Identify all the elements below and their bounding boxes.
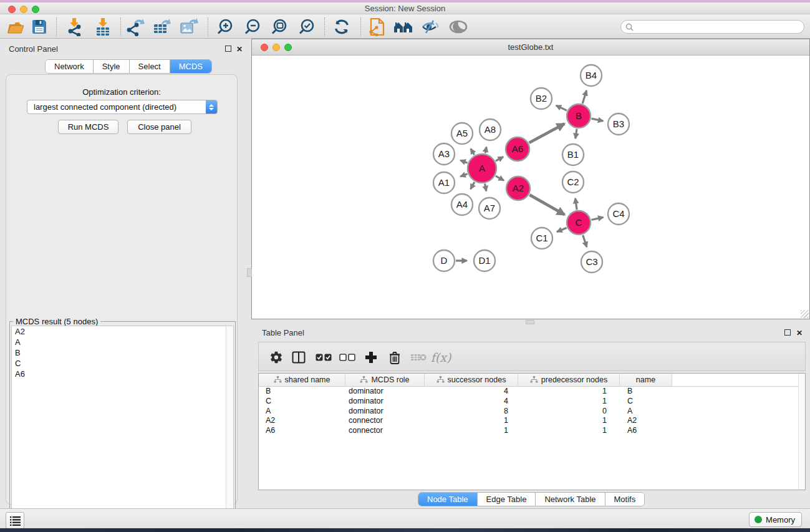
graph-node-D[interactable]: D: [433, 250, 455, 271]
optimization-criterion-select[interactable]: largest connected component (directed): [27, 100, 218, 114]
mcds-result-item[interactable]: A2: [12, 326, 233, 337]
graph-edge-A2-C[interactable]: [529, 195, 564, 215]
tab-mcds[interactable]: MCDS: [170, 60, 211, 73]
graph-node-C3[interactable]: C3: [581, 251, 602, 273]
table-settings-gear-icon[interactable]: [266, 348, 286, 367]
close-network-button[interactable]: [261, 44, 268, 51]
minimize-window-button[interactable]: [20, 6, 27, 13]
export-network-icon[interactable]: [125, 16, 147, 37]
graph-node-B1[interactable]: B1: [562, 144, 584, 165]
graph-node-A3[interactable]: A3: [433, 143, 455, 165]
close-table-panel-icon[interactable]: ✕: [796, 329, 803, 337]
table-cell[interactable]: A6: [620, 426, 672, 436]
graph-node-A1[interactable]: A1: [433, 172, 455, 193]
graph-node-A6[interactable]: A6: [506, 137, 529, 161]
column-header-successor-nodes[interactable]: successor nodes: [425, 374, 518, 386]
graph-edge-B-B1[interactable]: [576, 129, 577, 138]
graph-edge-B-B4[interactable]: [582, 90, 586, 104]
graph-node-B4[interactable]: B4: [581, 65, 602, 86]
column-view-icon[interactable]: [289, 348, 309, 367]
graph-edge-C-C4[interactable]: [592, 217, 604, 220]
show-task-history-button[interactable]: [6, 512, 24, 529]
table-row[interactable]: Bdominator41B: [259, 387, 805, 397]
table-cell[interactable]: A6: [259, 426, 345, 436]
network-graph-canvas[interactable]: AA1A2A3A4A5A6A7A8BB1B2B3B4CC1C2C3C4DD1: [252, 56, 809, 319]
graph-edge-A-A1[interactable]: [460, 174, 467, 177]
table-row[interactable]: Adominator80A: [259, 407, 805, 417]
show-all-networks-icon[interactable]: [392, 16, 415, 37]
graph-edge-A6-B[interactable]: [529, 123, 564, 143]
table-cell[interactable]: connector: [345, 416, 425, 426]
new-network-from-selection-icon[interactable]: [366, 16, 388, 37]
delete-column-trash-icon[interactable]: [385, 348, 405, 367]
mcds-result-item[interactable]: A6: [12, 369, 233, 379]
tab-network-table[interactable]: Network Table: [536, 493, 605, 506]
table-cell[interactable]: A2: [259, 416, 345, 426]
network-window-resize-grip[interactable]: [801, 310, 809, 318]
import-network-icon[interactable]: [64, 16, 86, 37]
table-cell[interactable]: 1: [518, 397, 620, 407]
mcds-result-item[interactable]: B: [12, 347, 233, 358]
mcds-result-item[interactable]: C: [12, 358, 233, 369]
graph-node-A[interactable]: A: [468, 154, 496, 183]
result-list-scrollbar[interactable]: [226, 326, 233, 532]
graph-node-B3[interactable]: B3: [608, 114, 629, 135]
table-cell[interactable]: 1: [518, 387, 620, 397]
zoom-network-button[interactable]: [284, 44, 292, 51]
zoom-window-button[interactable]: [32, 6, 39, 13]
graph-edge-C-C3[interactable]: [583, 235, 587, 247]
table-cell[interactable]: 1: [425, 416, 518, 426]
graph-edge-A-A6[interactable]: [496, 157, 503, 162]
table-cell[interactable]: A2: [620, 416, 672, 426]
graph-edge-A-A3[interactable]: [460, 160, 467, 163]
table-cell[interactable]: 4: [425, 397, 518, 407]
table-cell[interactable]: 1: [518, 426, 620, 436]
graph-node-D1[interactable]: D1: [474, 250, 495, 271]
table-row[interactable]: Cdominator41C: [259, 397, 805, 407]
export-image-icon[interactable]: [178, 16, 200, 37]
table-cell[interactable]: B: [259, 387, 345, 397]
table-cell[interactable]: 1: [425, 426, 518, 436]
graph-edge-B-B2[interactable]: [556, 105, 567, 110]
mcds-result-list[interactable]: A2ABCA6: [11, 326, 234, 532]
graph-node-C1[interactable]: C1: [531, 228, 552, 249]
float-table-panel-icon[interactable]: [784, 329, 791, 337]
table-cell[interactable]: 8: [425, 407, 518, 417]
show-selected-icon[interactable]: [447, 16, 470, 37]
zoom-selected-icon[interactable]: [296, 16, 318, 37]
column-header-predecessor-nodes[interactable]: predecessor nodes: [518, 374, 620, 386]
table-cell[interactable]: dominator: [345, 397, 425, 407]
search-box[interactable]: [620, 20, 804, 34]
table-cell[interactable]: A: [620, 407, 672, 417]
app-titlebar[interactable]: Session: New Session: [0, 2, 810, 14]
table-cell[interactable]: 4: [425, 387, 518, 397]
table-row[interactable]: A6connector11A6: [259, 426, 805, 436]
table-scrollbar[interactable]: [798, 374, 805, 490]
table-cell[interactable]: C: [259, 397, 345, 407]
tab-node-table[interactable]: Node Table: [418, 493, 478, 506]
graph-node-A4[interactable]: A4: [451, 194, 473, 215]
graph-node-C[interactable]: C: [567, 211, 591, 235]
select-all-checkboxes-icon[interactable]: [314, 348, 334, 367]
graph-node-B[interactable]: B: [567, 104, 591, 128]
close-window-button[interactable]: [8, 6, 16, 13]
graph-edge-A-A4[interactable]: [471, 182, 475, 189]
close-panel-icon[interactable]: ✕: [236, 45, 243, 54]
table-cell[interactable]: dominator: [345, 407, 425, 417]
graph-node-C2[interactable]: C2: [562, 172, 584, 193]
zoom-in-icon[interactable]: [214, 16, 236, 37]
graph-edge-B-B3[interactable]: [592, 118, 604, 121]
graph-edge-C-C1[interactable]: [557, 228, 567, 232]
float-panel-icon[interactable]: [225, 45, 231, 54]
tab-select[interactable]: Select: [130, 60, 170, 73]
table-cell[interactable]: B: [620, 387, 672, 397]
vertical-splitter-handle[interactable]: [247, 268, 252, 277]
graph-edge-A-A2[interactable]: [496, 176, 504, 180]
graph-edge-C-C2[interactable]: [576, 198, 577, 210]
zoom-out-icon[interactable]: [241, 16, 264, 37]
network-window-titlebar[interactable]: testGlobe.txt: [252, 39, 809, 56]
graph-node-A5[interactable]: A5: [451, 123, 473, 144]
save-session-icon[interactable]: [28, 16, 51, 37]
close-panel-button[interactable]: Close panel: [127, 120, 191, 134]
graph-node-A7[interactable]: A7: [479, 198, 500, 219]
